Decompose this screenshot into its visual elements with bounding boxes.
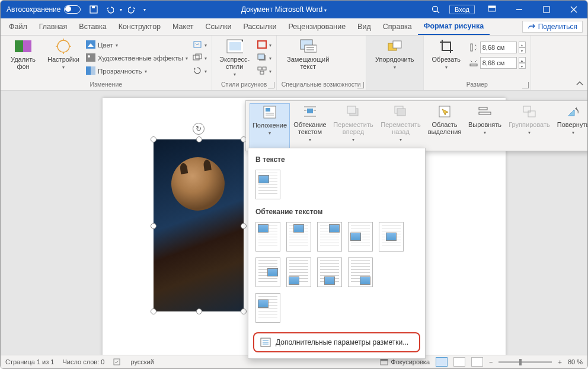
login-button[interactable]: Вход	[449, 5, 475, 14]
tab-picture-format[interactable]: Формат рисунка	[418, 18, 490, 35]
reset-picture-button[interactable]: ▾	[193, 65, 207, 77]
maximize-icon[interactable]	[533, 1, 560, 18]
tab-help[interactable]: Справка	[377, 18, 418, 35]
compress-pictures-button[interactable]: ▾	[193, 39, 207, 51]
tab-design[interactable]: Конструктор	[113, 18, 167, 35]
resize-handle[interactable]	[151, 136, 156, 142]
svg-point-2	[433, 7, 438, 12]
search-icon[interactable]	[422, 1, 449, 18]
save-icon[interactable]	[89, 5, 98, 14]
position-top-left[interactable]	[255, 222, 280, 252]
group-label-size: Размер	[429, 81, 526, 89]
print-layout-view[interactable]	[436, 357, 448, 367]
undo-icon[interactable]	[104, 5, 114, 14]
position-bot-left[interactable]	[286, 257, 311, 287]
color-button[interactable]: Цвет ▾	[86, 39, 188, 51]
zoom-slider[interactable]	[498, 361, 552, 363]
position-mid-left[interactable]	[348, 222, 373, 252]
web-layout-view[interactable]	[471, 357, 483, 367]
close-icon[interactable]	[560, 1, 587, 18]
redo-icon[interactable]	[128, 5, 138, 14]
more-layout-options[interactable]: Дополнительные параметры разметки...	[253, 332, 420, 352]
spellcheck-icon[interactable]	[113, 358, 122, 366]
align-button[interactable]: Выровнять▾	[465, 103, 504, 149]
resize-handle[interactable]	[241, 308, 247, 314]
svg-rect-27	[229, 42, 241, 50]
read-mode-view[interactable]	[453, 357, 465, 367]
word-count[interactable]: Число слов: 0	[62, 358, 104, 365]
tab-references[interactable]: Ссылки	[199, 18, 237, 35]
artistic-effects-button[interactable]: Художественные эффекты ▾	[86, 52, 188, 64]
picture-effects-button[interactable]: ▾	[257, 52, 271, 64]
position-top-center[interactable]	[286, 222, 311, 252]
selection-pane-button[interactable]: Область выделения	[425, 103, 464, 149]
page-count[interactable]: Страница 1 из 1	[5, 358, 54, 365]
position-top-right[interactable]	[317, 222, 342, 252]
height-input[interactable]: 8,68 см ▴▾	[469, 42, 526, 53]
remove-background-button[interactable]: Удалить фон	[5, 38, 41, 70]
group-label-accessibility: Специальные возможности	[282, 81, 361, 89]
wrap-text-button[interactable]: Обтекание текстом▾	[291, 103, 329, 149]
position-extra-option[interactable]	[255, 293, 280, 323]
resize-handle[interactable]	[196, 308, 202, 314]
position-bot-right[interactable]	[348, 257, 373, 287]
rotate-handle-icon[interactable]: ↻	[193, 123, 204, 135]
change-picture-button[interactable]: ▾	[193, 52, 207, 64]
svg-rect-31	[258, 67, 261, 70]
ribbon-options-icon[interactable]	[478, 1, 506, 18]
svg-rect-58	[479, 112, 491, 114]
minimize-icon[interactable]	[506, 1, 533, 18]
svg-rect-66	[114, 359, 120, 365]
group-label-styles: Стили рисунков	[217, 81, 271, 89]
svg-rect-22	[91, 66, 95, 75]
transparency-button[interactable]: Прозрачность ▾	[86, 65, 188, 77]
tab-home[interactable]: Главная	[33, 18, 74, 35]
alt-text-button[interactable]: Замещающий текст	[282, 38, 335, 70]
picture-layout-button[interactable]: ▾	[257, 65, 271, 77]
corrections-button[interactable]: Настройки▾	[46, 38, 81, 71]
svg-line-3	[437, 11, 440, 14]
resize-handle[interactable]	[151, 223, 156, 229]
position-bot-center[interactable]	[317, 257, 342, 287]
position-mid-center[interactable]	[379, 222, 404, 252]
svg-marker-61	[568, 110, 574, 116]
zoom-level[interactable]: 80 %	[568, 358, 583, 365]
svg-rect-24	[193, 55, 199, 60]
share-button[interactable]: Поделиться	[522, 21, 583, 33]
undo-more-icon[interactable]: ▾	[120, 7, 122, 12]
zoom-out-icon[interactable]: −	[489, 358, 493, 365]
resize-handle[interactable]	[196, 136, 202, 142]
position-button[interactable]: Положение▾	[250, 103, 290, 149]
svg-rect-25	[196, 54, 202, 59]
focus-mode[interactable]: Фокусировка	[380, 358, 430, 365]
tab-mailings[interactable]: Рассылки	[237, 18, 282, 35]
size-launcher-icon[interactable]	[522, 82, 529, 88]
autosave-toggle[interactable]	[64, 5, 81, 14]
layout-options-icon	[260, 338, 271, 347]
zoom-in-icon[interactable]: +	[558, 358, 561, 365]
collapse-ribbon-icon[interactable]	[576, 79, 584, 88]
position-mid-right[interactable]	[255, 257, 280, 287]
svg-rect-5	[488, 6, 496, 8]
bring-forward-button: Переместить вперед▾	[330, 103, 376, 149]
arrange-button[interactable]: Упорядочить▾	[371, 38, 418, 71]
picture-styles-button[interactable]: Экспресс- стили▾	[217, 38, 253, 78]
resize-handle[interactable]	[151, 308, 156, 314]
accessibility-launcher-icon[interactable]	[357, 82, 364, 88]
position-inline-option[interactable]	[255, 170, 280, 199]
styles-launcher-icon[interactable]	[268, 82, 274, 88]
tab-review[interactable]: Рецензирование	[283, 18, 352, 35]
resize-handle[interactable]	[241, 223, 247, 229]
width-input[interactable]: 8,68 см ▴▾	[469, 57, 526, 69]
svg-rect-23	[194, 42, 201, 47]
tab-file[interactable]: Файл	[3, 18, 33, 35]
inserted-picture[interactable]: ↻	[154, 139, 244, 311]
picture-border-button[interactable]: ▾	[257, 39, 271, 51]
tab-layout[interactable]: Макет	[167, 18, 199, 35]
crop-button[interactable]: Обрезать▾	[429, 38, 464, 71]
svg-rect-28	[258, 41, 266, 48]
tab-insert[interactable]: Вставка	[73, 18, 112, 35]
tab-view[interactable]: Вид	[351, 18, 377, 35]
language[interactable]: русский	[130, 358, 154, 365]
rotate-button[interactable]: Повернуть▾	[554, 103, 588, 149]
